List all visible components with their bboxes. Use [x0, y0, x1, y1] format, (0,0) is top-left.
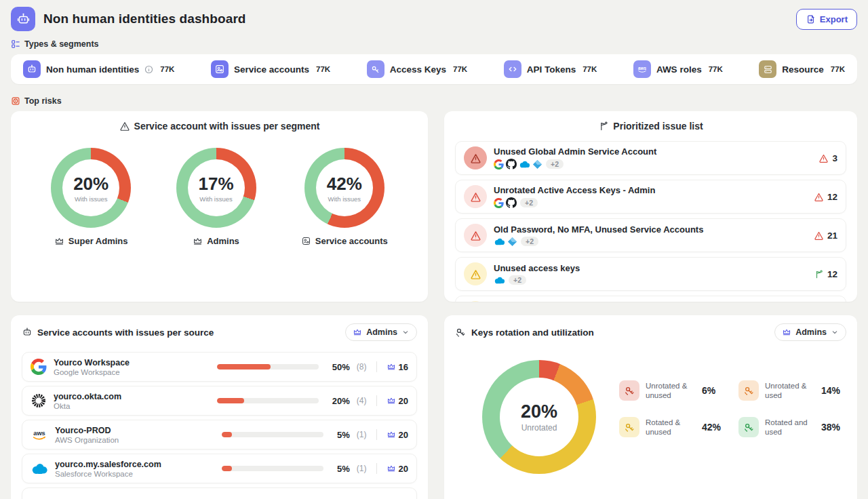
issue-item[interactable]: Old Password, No MFA, Unused Service Acc… — [455, 218, 846, 252]
admin-count: 16 — [387, 362, 408, 372]
crown-icon — [782, 327, 791, 337]
type-card-service-accounts[interactable]: Service accounts 77K — [211, 60, 330, 78]
more-providers-pill: +2 — [521, 237, 538, 246]
more-providers-pill: +2 — [546, 159, 564, 169]
source-row[interactable]: yourco.okta.com Okta 20% (4) 20 — [22, 386, 417, 416]
target-icon — [11, 96, 20, 106]
issue-item[interactable]: Unrotated active access keys - Account +… — [455, 296, 846, 302]
svg-text:aws: aws — [638, 66, 646, 71]
azure-icon — [532, 159, 542, 169]
segment-filter-dropdown[interactable]: Admins — [774, 323, 846, 341]
type-card-api-tokens[interactable]: API Tokens 77K — [504, 60, 597, 78]
salesforce-icon — [31, 462, 48, 475]
segment-panel-title: Service account with issues per segment — [11, 111, 428, 134]
more-providers-pill: +2 — [520, 198, 538, 207]
aws-icon: aws — [31, 427, 48, 442]
alert-icon — [818, 153, 829, 163]
github-icon — [506, 159, 517, 169]
warning-icon — [119, 121, 130, 132]
issue-list: Unused Global Admin Service Account +2 3 — [444, 134, 857, 302]
google-icon — [494, 159, 504, 169]
divider — [376, 463, 377, 474]
donut-chart: 42%With issues — [304, 148, 384, 228]
sources-panel-header: Service accounts with issues per source … — [11, 315, 428, 349]
source-row[interactable]: aws Yourco-PROD AWS Organization 5% (1) … — [22, 420, 417, 450]
issue-item[interactable]: Unrotated Active Access Keys - Admin +2 … — [455, 180, 846, 214]
crown-icon — [353, 327, 362, 337]
segment-issues-panel: Service account with issues per segment … — [11, 111, 428, 302]
progress-bar — [222, 466, 323, 471]
segments-icon — [11, 39, 20, 49]
type-card-access-keys[interactable]: Access Keys 77K — [367, 60, 467, 78]
flag-icon — [814, 269, 824, 279]
chevron-down-icon — [831, 328, 839, 336]
robot-icon — [23, 60, 41, 78]
donut-chart: 17%With issues — [176, 148, 256, 228]
chevron-down-icon — [401, 328, 410, 336]
key-icon — [738, 380, 759, 401]
info-icon[interactable] — [144, 65, 153, 74]
page-title: Non human identities dashboard — [43, 12, 246, 26]
progress-bar — [222, 432, 323, 437]
export-label: Export — [820, 14, 848, 24]
export-button[interactable]: Export — [796, 9, 857, 30]
top-panels: Service account with issues per segment … — [11, 111, 857, 302]
key-icon — [367, 60, 384, 78]
issue-count-badge: 3 — [818, 153, 837, 163]
admin-count: 20 — [387, 430, 408, 440]
top-risks-label: Top risks — [11, 96, 857, 106]
salesforce-icon — [519, 160, 530, 169]
export-icon — [806, 14, 816, 24]
keys-donut-chart: 20% Unrotated — [482, 360, 596, 474]
salesforce-icon — [494, 276, 505, 285]
keys-content: 20% Unrotated Unrotated & unused 6% Un — [444, 349, 857, 474]
legend-rotated-unused: Rotated & unused 42% — [619, 417, 721, 437]
legend-unrotated-used: Unrotated & used 14% — [738, 380, 840, 401]
donut-admins: 17%With issues Admins — [176, 148, 256, 246]
bottom-panels: Service accounts with issues per source … — [11, 315, 857, 499]
type-card-resource[interactable]: Resource 77K — [759, 60, 845, 78]
segment-filter-dropdown[interactable]: Admins — [345, 323, 417, 341]
progress-bar — [217, 364, 319, 370]
legend-rotated-used: Rotated and used 38% — [738, 417, 840, 437]
service-account-icon — [301, 236, 311, 246]
keys-rotation-panel: Keys rotation and utilization Admins 20%… — [444, 315, 857, 499]
more-providers-pill: +2 — [509, 275, 526, 285]
key-icon — [619, 417, 639, 437]
divider — [376, 395, 377, 406]
code-icon — [504, 60, 521, 78]
issue-item[interactable]: Unused access keys +2 12 — [455, 257, 846, 291]
crown-icon — [387, 430, 396, 439]
source-row[interactable]: yourco.my.salesforce.com Salesforce Work… — [22, 454, 417, 483]
okta-icon — [31, 393, 47, 409]
progress-bar — [217, 398, 319, 403]
donut-service-accounts: 42%With issues Service accounts — [301, 148, 388, 246]
issues-panel-title: Prioritized issue list — [444, 111, 857, 134]
type-cards-row: Non human identities 77K Service account… — [11, 54, 857, 84]
type-card-aws-roles[interactable]: aws AWS roles 77K — [633, 60, 723, 78]
types-segments-label: Types & segments — [11, 39, 857, 49]
legend-unrotated-unused: Unrotated & unused 6% — [619, 380, 721, 401]
crown-icon — [387, 362, 396, 372]
robot-icon — [22, 327, 33, 338]
google-icon — [31, 359, 47, 375]
source-row-partial[interactable] — [22, 487, 417, 499]
donut-super-admins: 20%With issues Super Admins — [51, 148, 131, 246]
warning-icon — [464, 301, 487, 302]
type-card-non-human-identities[interactable]: Non human identities 77K — [23, 60, 174, 78]
warning-icon — [464, 146, 487, 169]
warning-icon — [464, 224, 487, 247]
server-icon — [759, 60, 776, 78]
issue-item[interactable]: Unused Global Admin Service Account +2 3 — [455, 141, 846, 175]
crown-icon — [54, 236, 64, 246]
aws-icon: aws — [633, 60, 651, 78]
svg-text:aws: aws — [33, 430, 45, 437]
sources-panel: Service accounts with issues per source … — [11, 315, 428, 499]
divider — [376, 361, 377, 372]
alert-icon — [814, 192, 824, 202]
source-row[interactable]: Yourco Workspace Google Workspace 50% (8… — [22, 352, 417, 382]
issue-count-badge: 12 — [814, 192, 837, 202]
flag-icon — [598, 121, 609, 132]
key-rotation-icon — [455, 327, 467, 338]
donut-chart: 20%With issues — [51, 148, 131, 228]
